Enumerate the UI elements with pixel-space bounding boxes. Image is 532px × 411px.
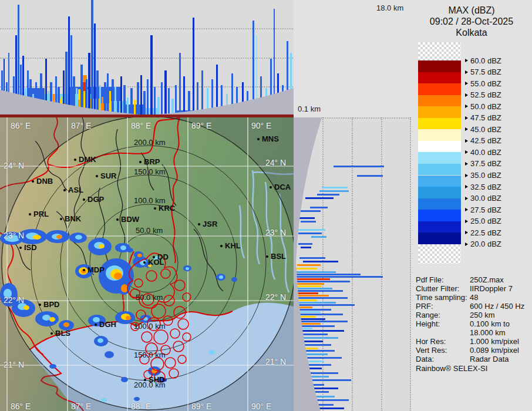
echo-streak xyxy=(297,264,321,266)
city-label: JSR xyxy=(203,220,217,228)
info-row: Data:Radar Data xyxy=(416,355,531,363)
scale-tick: 47.5 dBZ xyxy=(465,114,501,122)
echo-bar xyxy=(127,97,129,115)
echo-streak xyxy=(296,309,331,311)
echo-blob xyxy=(231,277,237,282)
scale-tick-label: 47.5 dBZ xyxy=(470,113,501,122)
scale-swatch xyxy=(418,221,461,233)
scale-tick-label: 27.5 dBZ xyxy=(470,206,501,214)
scale-tick-label: 52.5 dBZ xyxy=(470,90,501,99)
longitude-label: 90° E xyxy=(251,121,271,130)
tick-arrow-icon xyxy=(465,139,468,143)
echo-blob xyxy=(209,350,215,355)
scale-tick: 57.5 dBZ xyxy=(465,68,501,76)
echo-streak xyxy=(295,302,336,304)
city-dot xyxy=(74,159,76,161)
city-label: BSL xyxy=(271,252,286,261)
range-ring-label: 50.0 km xyxy=(136,293,163,302)
scale-swatch xyxy=(418,141,461,153)
echo-streak xyxy=(295,321,348,322)
city-marker: PRL xyxy=(29,210,49,218)
info-label: Vert Res: xyxy=(416,346,447,355)
scale-tick-label: 35.0 dBZ xyxy=(470,171,501,180)
echo-streak xyxy=(298,243,312,245)
city-marker: DMK xyxy=(74,155,96,164)
scale-tick-label: 40.0 dBZ xyxy=(470,148,501,157)
scale-tick: 32.5 dBZ xyxy=(465,183,501,191)
scale-tick: 60.0 dBZ xyxy=(465,56,501,65)
radar-display-window: 86° E86° E87° E87° E88° E88° E89° E89° E… xyxy=(0,0,532,411)
city-label: KHL xyxy=(225,241,241,250)
city-label: DGP xyxy=(87,195,104,204)
city-dot xyxy=(270,186,272,188)
echo-streak xyxy=(319,190,349,192)
latitude-label: 24° N xyxy=(265,158,286,167)
echo-blob xyxy=(114,272,122,279)
echo-blob xyxy=(49,317,55,322)
city-label: BLS xyxy=(55,329,70,338)
river-line xyxy=(240,206,244,258)
echo-bar xyxy=(123,85,126,115)
cell-contour xyxy=(161,269,170,278)
info-value: 0.100 km to xyxy=(470,319,510,328)
echo-bar xyxy=(94,23,96,115)
city-dot xyxy=(60,218,62,220)
scale-tick: 52.5 dBZ xyxy=(465,91,501,99)
district-boundary xyxy=(116,129,124,247)
echo-streak xyxy=(296,314,343,315)
city-label: KRC xyxy=(159,204,175,213)
scale-swatch-transparent xyxy=(418,42,461,60)
city-marker: BLS xyxy=(50,329,70,338)
echo-bar xyxy=(143,91,146,115)
scale-swatch xyxy=(418,152,461,164)
echo-blob xyxy=(23,305,29,310)
city-label: MNS xyxy=(262,134,279,143)
echo-bar xyxy=(193,18,194,115)
cell-contour xyxy=(174,280,185,291)
info-label: Time sampling: xyxy=(416,293,467,302)
city-marker: DGP xyxy=(83,195,104,204)
info-row: Vert Res:0.089 km/pixel xyxy=(416,346,531,355)
echo-bar xyxy=(161,82,163,115)
city-label: MDP xyxy=(87,265,105,274)
range-ring-label: 200.0 km xyxy=(134,138,165,147)
echo-streak xyxy=(357,175,383,177)
echo-bar xyxy=(91,0,93,115)
scale-tick: 25.0 dBZ xyxy=(465,217,501,225)
city-dot xyxy=(116,218,119,221)
echo-streak xyxy=(296,299,317,301)
city-label: DNB xyxy=(36,177,53,186)
echo-bar xyxy=(68,16,70,115)
city-label: BNK xyxy=(65,214,81,223)
scale-swatch xyxy=(418,83,461,95)
tick-arrow-icon xyxy=(465,82,468,85)
top-height-profile-panel xyxy=(0,0,294,117)
longitude-label: 89° E xyxy=(191,121,211,130)
city-marker: DGH xyxy=(95,320,116,329)
info-label: Height: xyxy=(416,319,440,328)
info-value: 48 xyxy=(470,293,478,302)
echo-bar xyxy=(134,100,136,115)
city-marker: DCA xyxy=(270,183,291,191)
product-name: MAX (dBZ) xyxy=(411,5,532,16)
info-label: Data: xyxy=(416,355,434,363)
echo-bar xyxy=(157,97,160,115)
latitude-label: 24° N xyxy=(4,161,24,170)
echo-bar xyxy=(88,53,90,115)
info-row: Range:250 km xyxy=(416,311,531,319)
longitude-label: 86° E xyxy=(11,402,31,411)
echo-bar xyxy=(137,82,139,115)
cell-contour xyxy=(134,279,143,287)
echo-bar xyxy=(147,79,149,115)
city-label: SUR xyxy=(100,171,116,180)
info-row: Pdf File:250Z.max xyxy=(416,275,531,284)
city-label: ASL xyxy=(68,186,83,194)
tick-arrow-icon xyxy=(465,174,468,177)
info-value: 18.000 km xyxy=(470,328,506,337)
scale-tick: 37.5 dBZ xyxy=(465,160,501,168)
tick-arrow-icon xyxy=(465,105,468,108)
latitude-label: 21° N xyxy=(4,360,24,369)
city-marker: BDW xyxy=(116,215,139,224)
echo-bar xyxy=(168,88,170,115)
latitude-label: 22° N xyxy=(4,295,24,305)
